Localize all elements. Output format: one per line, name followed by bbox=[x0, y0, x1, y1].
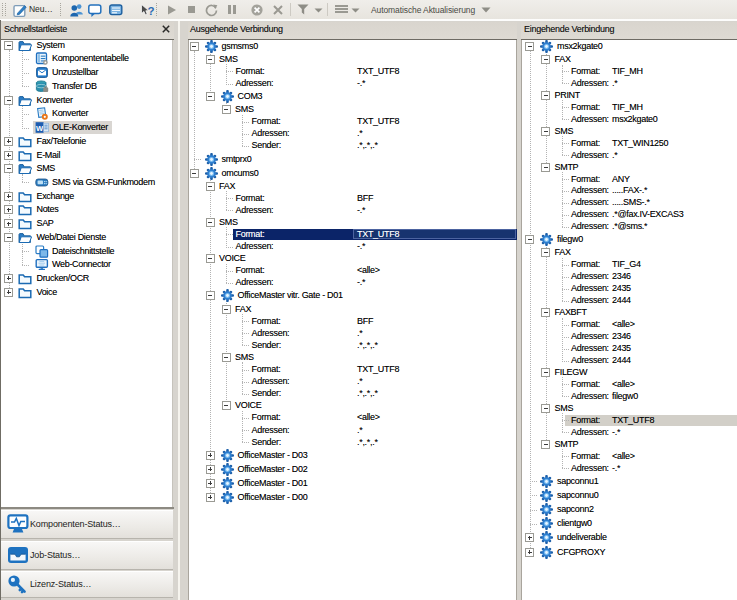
svg-text:W: W bbox=[36, 124, 44, 133]
svg-text:?: ? bbox=[148, 5, 155, 17]
